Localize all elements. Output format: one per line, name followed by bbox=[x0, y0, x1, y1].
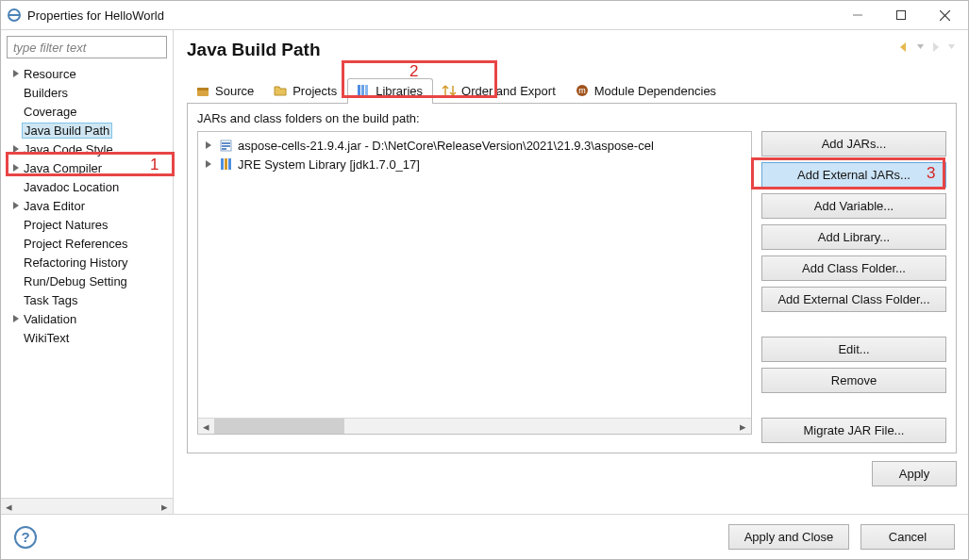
library-icon bbox=[356, 83, 371, 98]
add-library-button[interactable]: Add Library... bbox=[761, 224, 946, 250]
sidebar-item-java-editor[interactable]: Java Editor bbox=[1, 196, 173, 215]
expand-icon bbox=[10, 315, 22, 322]
tab-libraries[interactable]: Libraries bbox=[347, 78, 433, 103]
classpath-entry[interactable]: aspose-cells-21.9.4.jar - D:\NetCore\Rel… bbox=[202, 136, 751, 155]
sidebar-item-label: Validation bbox=[22, 312, 78, 326]
svg-rect-15 bbox=[222, 145, 230, 147]
sidebar-item-label: Builders bbox=[22, 86, 70, 100]
classpath-tree[interactable]: aspose-cells-21.9.4.jar - D:\NetCore\Rel… bbox=[197, 131, 752, 435]
app-icon bbox=[7, 8, 22, 23]
dialog-footer: ? Apply and Close Cancel bbox=[1, 514, 968, 559]
tab-order-and-export[interactable]: Order and Export bbox=[433, 78, 566, 103]
sidebar-item-java-compiler[interactable]: Java Compiler bbox=[1, 158, 173, 177]
tab-label: Module Dependencies bbox=[594, 84, 716, 98]
sidebar-item-label: WikiText bbox=[22, 331, 71, 345]
svg-rect-14 bbox=[222, 142, 230, 144]
svg-rect-16 bbox=[222, 148, 226, 150]
sidebar-item-project-natures[interactable]: Project Natures bbox=[1, 215, 173, 234]
sidebar-item-label: Coverage bbox=[22, 105, 78, 119]
classpath-entry-label: JRE System Library [jdk1.7.0_17] bbox=[238, 157, 420, 172]
add-class-folder-button[interactable]: Add Class Folder... bbox=[761, 255, 946, 281]
cancel-button[interactable]: Cancel bbox=[860, 524, 955, 550]
tab-source[interactable]: Source bbox=[187, 78, 264, 103]
svg-line-4 bbox=[940, 10, 950, 21]
jar-icon bbox=[219, 138, 234, 153]
classpath-entry-label: aspose-cells-21.9.4.jar - D:\NetCore\Rel… bbox=[238, 139, 654, 153]
sidebar-item-label: Resource bbox=[22, 67, 78, 81]
forward-menu-icon[interactable] bbox=[948, 44, 955, 50]
expand-icon bbox=[10, 164, 22, 172]
main-panel: 2 Java Build Path SourceProjectsLibrarie… bbox=[174, 30, 968, 514]
edit-button[interactable]: Edit... bbox=[761, 337, 946, 362]
sidebar-item-label: Project Natures bbox=[22, 218, 110, 232]
remove-button[interactable]: Remove bbox=[761, 368, 946, 393]
tab-label: Order and Export bbox=[461, 84, 556, 98]
maximize-button[interactable] bbox=[879, 1, 923, 29]
expand-icon bbox=[10, 145, 22, 153]
sidebar-item-label: Task Tags bbox=[22, 293, 80, 307]
classpath-entry[interactable]: JRE System Library [jdk1.7.0_17] bbox=[202, 155, 751, 173]
svg-text:m: m bbox=[578, 86, 586, 95]
add-jars-button[interactable]: Add JARs... bbox=[761, 131, 946, 156]
help-icon[interactable]: ? bbox=[14, 526, 37, 549]
svg-rect-7 bbox=[197, 88, 209, 91]
back-icon[interactable] bbox=[898, 41, 911, 53]
libraries-panel: 3 JARs and class folders on the build pa… bbox=[187, 104, 957, 453]
module-icon: m bbox=[575, 83, 590, 98]
sidebar-item-label: Run/Debug Setting bbox=[22, 274, 129, 288]
close-button[interactable] bbox=[923, 1, 966, 29]
sidebar-item-label: Javadoc Location bbox=[22, 180, 121, 194]
window-title: Properties for HelloWorld bbox=[27, 8, 836, 23]
titlebar: Properties for HelloWorld bbox=[1, 1, 968, 29]
add-variable-button[interactable]: Add Variable... bbox=[761, 193, 946, 219]
sidebar-item-label: Java Compiler bbox=[22, 161, 104, 175]
forward-icon[interactable] bbox=[929, 41, 943, 53]
classpath-scrollbar[interactable]: ◂ ▸ bbox=[198, 418, 751, 434]
nav-history bbox=[898, 41, 955, 53]
svg-rect-18 bbox=[225, 158, 227, 170]
apply-button[interactable]: Apply bbox=[872, 461, 957, 486]
sidebar-item-task-tags[interactable]: Task Tags bbox=[1, 290, 173, 309]
sidebar-item-javadoc-location[interactable]: Javadoc Location bbox=[1, 177, 173, 196]
expand-icon bbox=[202, 141, 215, 149]
sidebar-item-project-references[interactable]: Project References bbox=[1, 234, 173, 253]
svg-rect-3 bbox=[897, 11, 906, 20]
sidebar-item-java-code-style[interactable]: Java Code Style bbox=[1, 140, 173, 158]
minimize-button[interactable] bbox=[836, 1, 879, 29]
expand-icon bbox=[202, 160, 215, 168]
back-menu-icon[interactable] bbox=[917, 44, 924, 50]
migrate-jar-button[interactable]: Migrate JAR File... bbox=[761, 418, 946, 443]
sidebar-item-resource[interactable]: Resource bbox=[1, 64, 173, 83]
sidebar-scrollbar[interactable]: ◂ ▸ bbox=[1, 498, 173, 514]
apply-and-close-button[interactable]: Apply and Close bbox=[728, 524, 849, 550]
dialog-body: 1 type filter text ResourceBuildersCover… bbox=[1, 29, 968, 514]
add-external-jars-button[interactable]: Add External JARs... bbox=[761, 162, 946, 188]
filter-input[interactable]: type filter text bbox=[7, 36, 167, 58]
sidebar-item-label: Project References bbox=[22, 237, 130, 251]
svg-rect-17 bbox=[221, 158, 224, 170]
tab-projects[interactable]: Projects bbox=[264, 78, 347, 103]
sidebar-tree[interactable]: ResourceBuildersCoverageJava Build PathJ… bbox=[1, 60, 173, 498]
sidebar-item-refactoring-history[interactable]: Refactoring History bbox=[1, 253, 173, 272]
svg-rect-1 bbox=[9, 14, 19, 16]
svg-line-5 bbox=[940, 10, 950, 21]
svg-rect-8 bbox=[358, 85, 360, 96]
sidebar-item-label: Refactoring History bbox=[22, 255, 130, 270]
sidebar-item-label: Java Code Style bbox=[22, 142, 115, 156]
expand-icon bbox=[10, 202, 22, 209]
tab-module-dependencies[interactable]: mModule Dependencies bbox=[566, 78, 727, 103]
tab-label: Libraries bbox=[376, 84, 423, 98]
add-external-class-folder-button[interactable]: Add External Class Folder... bbox=[761, 287, 946, 312]
sidebar-item-validation[interactable]: Validation bbox=[1, 309, 173, 328]
buttons-column: Add JARs... Add External JARs... Add Var… bbox=[761, 131, 946, 443]
jre-icon bbox=[219, 156, 234, 172]
sidebar-item-run-debug-setting[interactable]: Run/Debug Setting bbox=[1, 272, 173, 290]
tab-label: Projects bbox=[292, 84, 337, 98]
sidebar-item-java-build-path[interactable]: Java Build Path bbox=[1, 121, 173, 140]
sidebar-item-wikitext[interactable]: WikiText bbox=[1, 328, 173, 347]
sidebar-item-coverage[interactable]: Coverage bbox=[1, 102, 173, 121]
tab-bar: SourceProjectsLibrariesOrder and Exportm… bbox=[187, 77, 957, 104]
sidebar-item-label: Java Editor bbox=[22, 199, 87, 213]
expand-icon bbox=[10, 70, 22, 77]
sidebar-item-builders[interactable]: Builders bbox=[1, 83, 173, 102]
